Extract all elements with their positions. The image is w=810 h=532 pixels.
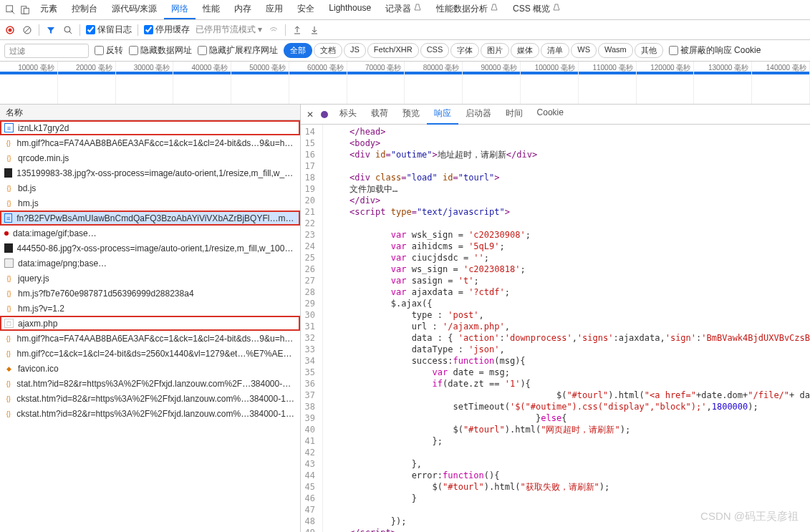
tab-CSS 概览[interactable]: CSS 概览 (506, 0, 568, 19)
hide-data-urls-checkbox[interactable]: 隐藏数据网址 (129, 44, 192, 57)
pill-Fetch/XHR[interactable]: Fetch/XHR (367, 43, 419, 58)
request-row[interactable]: {}hm.js?fb7e760e987871d56396999d288238a4 (0, 286, 300, 301)
tab-网络[interactable]: 网络 (164, 0, 196, 19)
tick-label: 120000 毫秒 (650, 63, 690, 73)
request-name: stat.htm?id=82&r=https%3A%2F%2Ffxjd.lanz… (16, 379, 295, 389)
js-icon: {} (4, 274, 14, 283)
request-row[interactable]: 135199983-38.jpg?x-oss-process=image/aut… (0, 165, 300, 180)
fav-icon: ◆ (4, 364, 14, 373)
type-filter-pills: 全部文档JSFetch/XHRCSS字体图片媒体清单WSWasm其他 (284, 43, 663, 58)
pill-JS[interactable]: JS (344, 43, 366, 58)
tick-label: 70000 毫秒 (365, 63, 402, 73)
tab-性能[interactable]: 性能 (196, 0, 227, 19)
pill-Wasm[interactable]: Wasm (598, 43, 633, 58)
detail-tab-时间[interactable]: 时间 (498, 104, 530, 125)
wifi-icon[interactable] (268, 24, 279, 36)
pill-媒体[interactable]: 媒体 (511, 43, 539, 58)
request-row[interactable]: {}hm.gif?hca=FA74AAB8BA6EA3AF&cc=1&ck=1&… (0, 331, 300, 346)
pill-其他[interactable]: 其他 (635, 43, 663, 58)
tab-控制台[interactable]: 控制台 (64, 0, 105, 19)
request-name: ckstat.htm?id=82&r=https%3A%2F%2Ffxjd.la… (16, 394, 295, 404)
throttling-select[interactable]: 已停用节流模式 ▾ (196, 24, 262, 36)
js-icon: {} (4, 198, 14, 208)
tick-label: 110000 毫秒 (592, 63, 632, 73)
request-row[interactable]: {}hm.js?v=1.2 (0, 301, 300, 316)
pill-清单[interactable]: 清单 (541, 43, 569, 58)
js-icon: {} (4, 183, 14, 193)
filter-icon[interactable] (45, 24, 57, 36)
detail-tab-响应[interactable]: 响应 (427, 104, 458, 125)
tab-记录器[interactable]: 记录器 (378, 0, 429, 19)
tab-内存[interactable]: 内存 (227, 0, 259, 19)
pill-字体[interactable]: 字体 (450, 43, 479, 58)
response-code[interactable]: 1415161718192021222324252627282930313233… (301, 125, 810, 532)
js-icon: {} (4, 153, 14, 163)
filter-input[interactable] (4, 44, 89, 58)
tick-label: 130000 毫秒 (708, 63, 748, 73)
tab-源代码/来源[interactable]: 源代码/来源 (105, 0, 164, 19)
disable-cache-checkbox[interactable]: 停用缓存 (144, 24, 190, 36)
request-name: favicon.ico (18, 364, 59, 374)
hide-ext-urls-checkbox[interactable]: 隐藏扩展程序网址 (198, 44, 278, 57)
tab-元素[interactable]: 元素 (33, 0, 64, 19)
tab-性能数据分析[interactable]: 性能数据分析 (429, 0, 506, 19)
search-icon[interactable] (62, 24, 74, 36)
request-row[interactable]: {}ckstat.htm?id=82&r=https%3A%2F%2Ffxjd.… (0, 406, 300, 421)
js-icon: {} (4, 304, 14, 313)
request-row[interactable]: ≡iznLk17gry2d (0, 120, 300, 135)
request-row[interactable]: {}bd.js (0, 180, 300, 195)
record-icon[interactable] (4, 24, 16, 36)
request-row[interactable]: {}qrcode.min.js (0, 150, 300, 165)
tick-label: 100000 毫秒 (535, 63, 575, 73)
pill-WS[interactable]: WS (571, 43, 597, 58)
svg-line-6 (24, 27, 30, 33)
invert-checkbox[interactable]: 反转 (95, 44, 123, 57)
tab-应用[interactable]: 应用 (259, 0, 290, 19)
request-name: 135199983-38.jpg?x-oss-process=image/aut… (16, 168, 295, 178)
request-row[interactable]: data:image/gif;base… (0, 226, 300, 241)
waterfall-timeline[interactable]: 10000 毫秒20000 毫秒30000 毫秒40000 毫秒50000 毫秒… (0, 62, 810, 105)
request-row[interactable]: ◆favicon.ico (0, 361, 300, 376)
tab-Lighthouse[interactable]: Lighthouse (322, 0, 378, 19)
tick-label: 80000 毫秒 (423, 63, 460, 73)
request-row[interactable]: 444550-86.jpg?x-oss-process=image/auto-o… (0, 241, 300, 256)
download-icon[interactable] (309, 24, 320, 36)
detail-tab-预览[interactable]: 预览 (395, 104, 427, 125)
pill-图片[interactable]: 图片 (481, 43, 509, 58)
imgdark-icon (4, 168, 12, 178)
upload-icon[interactable] (291, 24, 303, 36)
request-name: qrcode.min.js (18, 153, 69, 163)
request-row[interactable]: {}ckstat.htm?id=82&r=https%3A%2F%2Ffxjd.… (0, 391, 300, 406)
request-name: iznLk17gry2d (18, 123, 69, 133)
request-row[interactable]: □ajaxm.php (0, 316, 300, 331)
detail-tab-标头[interactable]: 标头 (332, 104, 364, 125)
pill-全部[interactable]: 全部 (284, 43, 312, 58)
clear-icon[interactable] (21, 24, 33, 36)
tick-label: 90000 毫秒 (481, 63, 517, 73)
detail-tab-Cookie[interactable]: Cookie (530, 104, 571, 125)
detail-tabs: ✕ 标头载荷预览响应启动器时间Cookie (301, 105, 810, 125)
inspect-icon[interactable] (4, 4, 17, 16)
preserve-log-checkbox[interactable]: 保留日志 (86, 24, 132, 36)
device-icon[interactable] (19, 4, 32, 16)
request-row[interactable]: {}jquery.js (0, 271, 300, 286)
pill-CSS[interactable]: CSS (420, 43, 450, 58)
request-row[interactable]: data:image/png;base… (0, 256, 300, 271)
js-icon: {} (4, 289, 14, 298)
detail-tab-载荷[interactable]: 载荷 (364, 104, 395, 125)
detail-tab-启动器[interactable]: 启动器 (458, 104, 498, 125)
request-name: hm.js?fb7e760e987871d56396999d288238a4 (18, 289, 194, 299)
pill-文档[interactable]: 文档 (314, 43, 342, 58)
request-row[interactable]: {}hm.js (0, 195, 300, 211)
request-row[interactable]: ≡fn?B2FVPwBsAmUIawBnCmdQaFQ3BzoAbAYiViVX… (0, 211, 300, 226)
column-header-name[interactable]: 名称 (0, 105, 300, 120)
close-icon[interactable]: ✕ (304, 108, 317, 121)
request-row[interactable]: {}hm.gif?hca=FA74AAB8BA6EA3AF&cc=1&ck=1&… (0, 135, 300, 150)
request-list: 名称 ≡iznLk17gry2d{}hm.gif?hca=FA74AAB8BA6… (0, 105, 301, 532)
devtools-tabbar: 元素控制台源代码/来源网络性能内存应用安全Lighthouse记录器性能数据分析… (0, 0, 810, 20)
request-row[interactable]: {}hm.gif?cc=1&ck=1&cl=24-bit&ds=2560x144… (0, 346, 300, 361)
blocked-cookies-checkbox[interactable]: 被屏蔽的响应 Cookie (669, 44, 761, 57)
request-row[interactable]: {}stat.htm?id=82&r=https%3A%2F%2Ffxjd.la… (0, 376, 300, 391)
tab-安全[interactable]: 安全 (290, 0, 322, 19)
svg-point-4 (9, 28, 12, 32)
